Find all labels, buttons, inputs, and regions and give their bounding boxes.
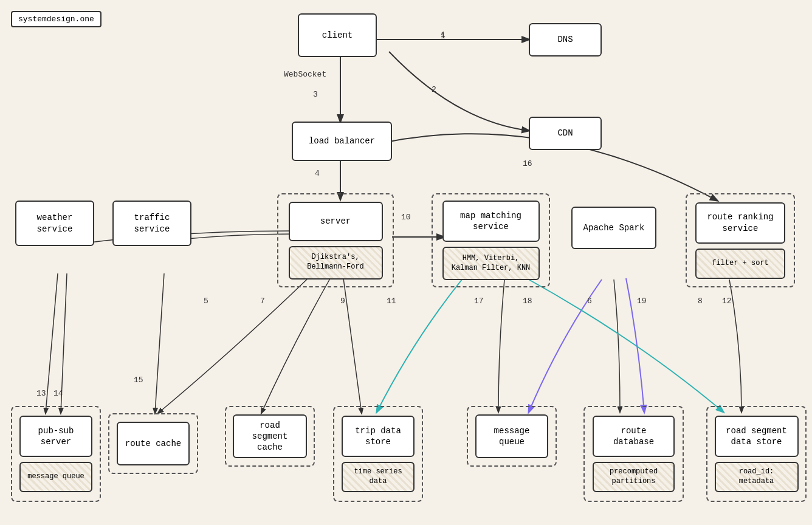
step-8-label: 8	[698, 297, 703, 306]
step-10-label: 10	[401, 213, 411, 222]
road-segment-cache-outer: road segment cache	[225, 406, 315, 467]
message-queue-node: message queue	[475, 414, 548, 458]
dns-node: DNS	[529, 23, 602, 57]
step-9-label: 9	[340, 297, 345, 306]
trip-inner-node: time series data	[342, 462, 415, 492]
step-2-label: 2	[432, 85, 436, 94]
route-ranking-node: route ranking service	[695, 202, 785, 244]
route-db-inner-node: precomputed partitions	[593, 462, 675, 492]
route-cache-outer: route cache	[108, 413, 198, 474]
step-4-label: 4	[315, 169, 320, 178]
road-segment-store-node: road segment data store	[715, 416, 799, 457]
step-7-label: 7	[260, 297, 265, 306]
route-ranking-inner-node: filter + sort	[695, 249, 785, 279]
pub-sub-node: pub-sub server	[19, 416, 92, 457]
load-balancer-node: load balancer	[292, 122, 392, 161]
step-16-label: 16	[523, 159, 532, 168]
apache-spark-node: Apache Spark	[571, 207, 656, 249]
step-15-label: 15	[134, 376, 143, 385]
step-5-label: 5	[204, 297, 208, 306]
step-13-label: 13	[36, 389, 46, 398]
step-3-label: 3	[313, 90, 318, 99]
weather-service-node: weather service	[15, 201, 94, 246]
client-node: client	[298, 13, 377, 57]
watermark: systemdesign.one	[11, 11, 102, 27]
step-18-label: 18	[523, 297, 532, 306]
step-11-label: 11	[387, 297, 396, 306]
message-queue-outer: message queue	[467, 406, 557, 467]
trip-data-node: trip data store	[342, 416, 415, 457]
route-database-outer: route database precomputed partitions	[583, 406, 684, 502]
websocket-label: WebSocket	[284, 70, 326, 79]
step-19-label: 19	[637, 297, 647, 306]
server-algo-node: Djikstra's, Bellmann-Ford	[289, 246, 383, 280]
pub-sub-inner-node: message queue	[19, 462, 92, 492]
step-12-label: 12	[722, 297, 732, 306]
diagram: systemdesign.one	[0, 0, 812, 525]
trip-data-outer: trip data store time series data	[333, 406, 423, 502]
map-matching-node: map matching service	[442, 201, 540, 242]
route-database-node: route database	[593, 416, 675, 457]
road-store-inner-node: road_id: metadata	[715, 462, 799, 492]
cdn-node: CDN	[529, 117, 602, 150]
traffic-service-node: traffic service	[112, 201, 191, 246]
road-segment-store-outer: road segment data store road_id: metadat…	[706, 406, 807, 502]
route-ranking-outer: route ranking service filter + sort	[686, 193, 795, 287]
svg-line-7	[155, 273, 164, 413]
pub-sub-outer: pub-sub server message queue	[11, 406, 101, 502]
step-14-label: 14	[53, 389, 63, 398]
map-matching-outer: map matching service HMM, Viterbi, Kalma…	[432, 193, 550, 287]
step-1-label: 1	[441, 32, 446, 41]
step-6-label: 6	[587, 297, 592, 306]
svg-line-4	[343, 278, 362, 413]
route-cache-node: route cache	[117, 422, 190, 465]
server-node: server	[289, 202, 383, 241]
road-segment-cache-node: road segment cache	[233, 414, 307, 458]
map-algo-node: HMM, Viterbi, Kalman Filter, KNN	[442, 247, 540, 280]
server-outer: server Djikstra's, Bellmann-Ford	[277, 193, 394, 287]
step-17-label: 17	[474, 297, 484, 306]
